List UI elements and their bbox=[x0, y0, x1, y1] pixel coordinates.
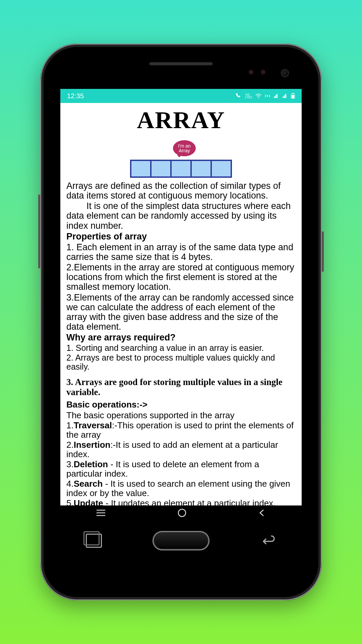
hotspot-icon bbox=[265, 93, 270, 99]
operation-item: 5.Update - It updates an element at a pa… bbox=[66, 498, 296, 505]
sensor-dot bbox=[261, 70, 265, 74]
properties-heading: Properties of array bbox=[66, 231, 296, 242]
volume-button[interactable] bbox=[38, 195, 40, 268]
android-nav-bar bbox=[60, 505, 302, 522]
lte-text: Vo) LTE2 bbox=[245, 93, 252, 99]
operation-item: 1.Traversal:-This operation is used to p… bbox=[66, 421, 296, 439]
why-heading: Why are arrays required? bbox=[66, 332, 296, 343]
wifi-icon bbox=[255, 94, 261, 98]
screen: 12:35 Vo) LTE2 bbox=[60, 89, 302, 522]
svg-point-1 bbox=[267, 95, 268, 97]
array-cell bbox=[152, 161, 172, 176]
nav-recent-icon[interactable] bbox=[96, 509, 106, 518]
property-item: 1. Each element in an array is of the sa… bbox=[66, 243, 296, 262]
phone-frame: 12:35 Vo) LTE2 bbox=[40, 44, 322, 600]
hardware-buttons bbox=[60, 531, 302, 550]
hw-home-button[interactable] bbox=[153, 531, 209, 550]
hw-recent-button[interactable] bbox=[86, 534, 102, 548]
array-cell bbox=[172, 161, 192, 176]
operation-item: 4.Search - It is used to search an eleme… bbox=[66, 479, 296, 498]
operation-item: 2.Insertion:-It is used to add an elemen… bbox=[66, 440, 296, 459]
svg-point-5 bbox=[178, 509, 186, 517]
gradient-background: 12:35 Vo) LTE2 bbox=[0, 0, 362, 644]
array-cell bbox=[131, 161, 152, 176]
svg-point-0 bbox=[258, 97, 259, 98]
status-time: 12:35 bbox=[67, 92, 84, 100]
array-boxes bbox=[130, 160, 232, 178]
phone-speaker bbox=[149, 62, 213, 65]
front-camera bbox=[282, 70, 288, 76]
svg-rect-4 bbox=[292, 95, 294, 98]
status-bar: 12:35 Vo) LTE2 bbox=[60, 89, 302, 103]
volte-call-icon bbox=[235, 93, 242, 99]
why-item: 1. Sorting and searching a value in an a… bbox=[66, 343, 296, 353]
operations-heading: Basic operations:-> bbox=[66, 399, 296, 410]
power-button[interactable] bbox=[322, 231, 324, 272]
status-icons: Vo) LTE2 bbox=[235, 93, 295, 99]
nav-home-icon[interactable] bbox=[177, 508, 187, 519]
sensor-dot bbox=[249, 70, 253, 74]
battery-icon bbox=[291, 93, 295, 99]
nav-back-icon[interactable] bbox=[258, 509, 266, 518]
intro-paragraph-1: Arrays are defined as the collection of … bbox=[66, 181, 296, 201]
operation-item: 3.Deletion - It is used to delete an ele… bbox=[66, 460, 296, 478]
why-item: 2. Arrays are best to process multiple v… bbox=[66, 353, 296, 371]
property-item: 3.Elements of the array can be randomly … bbox=[66, 293, 296, 332]
article-content[interactable]: ARRAY I'm an Array Arrays are defined as… bbox=[60, 103, 302, 505]
signal-icon bbox=[274, 94, 279, 98]
operations-intro: The basic operations supported in the ar… bbox=[66, 411, 296, 420]
page-title: ARRAY bbox=[66, 106, 296, 134]
property-item: 2.Elements in the array are stored at co… bbox=[66, 263, 296, 292]
speech-bubble: I'm an Array bbox=[173, 140, 196, 156]
why-item-bold: 3. Arrays are good for storing multiple … bbox=[66, 377, 296, 397]
hw-back-button[interactable] bbox=[260, 534, 276, 547]
array-illustration: I'm an Array bbox=[66, 140, 296, 178]
array-cell bbox=[192, 161, 212, 176]
sensor-cluster bbox=[249, 70, 265, 74]
signal-icon-2 bbox=[282, 94, 288, 98]
intro-paragraph-2: It is one of the simplest data structure… bbox=[66, 201, 296, 230]
array-cell bbox=[212, 161, 231, 176]
